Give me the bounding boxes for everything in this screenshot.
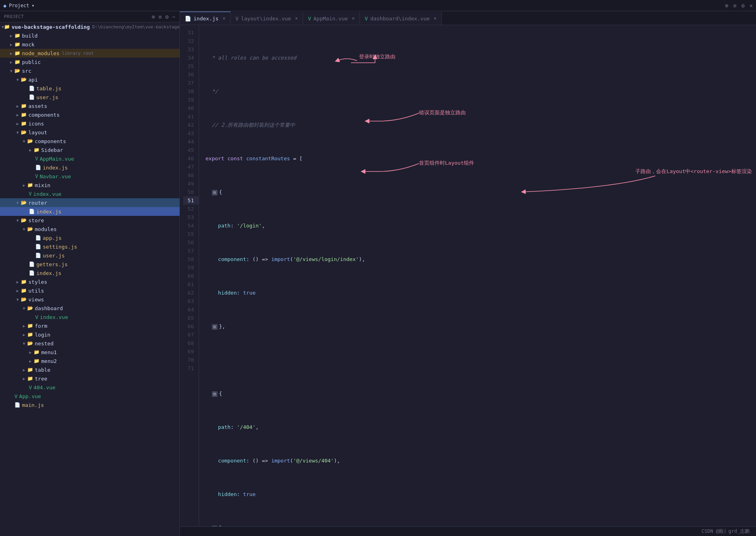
title-bar: ◆ Project ▾ ⊕ ≡ ⚙ ×: [0, 0, 756, 11]
tree-icon: 📁: [27, 376, 33, 381]
line-num-51: 51: [183, 196, 199, 205]
sidebar-item-dashboard[interactable]: ▼ 📂 dashboard: [0, 304, 180, 313]
tab-layout-icon: V: [235, 16, 239, 22]
sidebar-item-components[interactable]: ▶ 📁 components: [0, 110, 180, 119]
title-dropdown[interactable]: ▾: [32, 3, 34, 8]
sidebar-item-app-vue[interactable]: V App.vue: [0, 392, 180, 401]
sidebar-item-navbar[interactable]: V Navbar.vue: [0, 172, 180, 181]
sidebar-item-tree[interactable]: ▶ 📁 tree: [0, 374, 180, 383]
tab-appmain-vue[interactable]: V AppMain.vue ×: [303, 12, 360, 25]
sidebar-item-layout[interactable]: ▼ 📂 layout: [0, 128, 180, 137]
tab-index-js[interactable]: 📄 index.js ×: [180, 12, 231, 25]
root-folder-icon: 📁: [4, 24, 10, 30]
sidebar-item-sidebar-folder[interactable]: ▶ 📁 Sidebar: [0, 145, 180, 154]
sidebar-item-assets[interactable]: ▶ 📁 assets: [0, 102, 180, 110]
getters-js-icon: 📄: [29, 261, 35, 267]
sidebar-item-table-js[interactable]: 📄 table.js: [0, 84, 180, 93]
sidebar-item-appmain[interactable]: V AppMain.vue: [0, 154, 180, 163]
fold-41[interactable]: ⊟: [212, 391, 217, 397]
tab-appmain-close[interactable]: ×: [352, 16, 355, 21]
sidebar-item-getters-js[interactable]: 📄 getters.js: [0, 260, 180, 269]
sidebar-item-build[interactable]: ▶ 📁 build: [0, 31, 180, 40]
router-label: router: [28, 200, 47, 206]
line-num-33: 33: [183, 45, 194, 54]
sidebar-item-public[interactable]: ▶ 📁 public: [0, 58, 180, 66]
close-icon[interactable]: ×: [750, 2, 753, 9]
fold-45[interactable]: ⊟: [212, 526, 217, 526]
sidebar-item-404[interactable]: V 404.vue: [0, 383, 180, 392]
sidebar-config-icon[interactable]: ≡: [158, 14, 162, 20]
tab-index-js-close[interactable]: ×: [223, 16, 225, 21]
tab-dashboard-index-vue[interactable]: V dashboard\index.vue ×: [360, 12, 442, 25]
fold-39[interactable]: ⊟: [212, 324, 217, 330]
sidebar-item-api[interactable]: ▼ 📂 api: [0, 75, 180, 84]
sidebar-folder-label: Sidebar: [41, 147, 63, 153]
sidebar-item-login[interactable]: ▶ 📁 login: [0, 330, 180, 339]
sidebar-minus-icon[interactable]: −: [172, 14, 176, 20]
sidebar-item-styles[interactable]: ▶ 📁 styles: [0, 277, 180, 286]
store-icon: 📂: [21, 217, 27, 223]
code-line-37: component: () => import('@/views/login/i…: [205, 255, 750, 263]
fold-35[interactable]: ⊟: [212, 190, 217, 195]
sidebar-item-icons[interactable]: ▶ 📁 icons: [0, 119, 180, 128]
tab-layout-close[interactable]: ×: [295, 16, 298, 21]
sidebar-item-layout-indexjs[interactable]: 📄 index.js: [0, 163, 180, 172]
sidebar-item-nested[interactable]: ▼ 📂 nested: [0, 339, 180, 348]
menu2-label: menu2: [41, 358, 57, 364]
refresh-icon[interactable]: ⊕: [725, 2, 728, 9]
sidebar-item-dashboard-indexvue[interactable]: V index.vue: [0, 313, 180, 321]
sidebar-item-modules-user-js[interactable]: 📄 user.js: [0, 251, 180, 260]
sidebar-item-table[interactable]: ▶ 📁 table: [0, 365, 180, 374]
sidebar-title: Project: [4, 14, 24, 19]
sidebar-item-store-indexjs[interactable]: 📄 index.js: [0, 269, 180, 277]
sidebar-root-item[interactable]: ▼ 📁 vue-backstage-scaffolding D:\bianche…: [0, 22, 180, 31]
code-line-40: [205, 356, 750, 364]
icons-arrow: ▶: [14, 122, 21, 126]
line-num-47: 47: [183, 163, 194, 171]
sidebar-item-store[interactable]: ▼ 📂 store: [0, 216, 180, 225]
views-icon: 📂: [21, 297, 27, 302]
tab-layout-index-vue[interactable]: V layout\index.vue ×: [231, 12, 303, 25]
modules-user-js-label: user.js: [43, 253, 65, 259]
sidebar-item-node-modules[interactable]: ▶ 📁 node_modules library root: [0, 49, 180, 58]
src-label: src: [22, 68, 31, 74]
sidebar-item-utils[interactable]: ▶ 📁 utils: [0, 286, 180, 295]
line-num-34: 34: [183, 54, 194, 62]
user-js-icon: 📄: [29, 94, 35, 100]
line-num-35: 35: [183, 62, 194, 70]
sidebar-item-main-js[interactable]: 📄 main.js: [0, 401, 180, 409]
line-num-31: 31: [183, 28, 194, 37]
sidebar-gear-icon[interactable]: ⚙: [165, 14, 169, 20]
sidebar-item-user-js[interactable]: 📄 user.js: [0, 93, 180, 102]
sidebar-item-layout-components[interactable]: ▼ 📂 components: [0, 137, 180, 145]
sidebar-item-modules[interactable]: ▼ 📂 modules: [0, 225, 180, 233]
collapse-icon[interactable]: ≡: [733, 2, 736, 9]
line-num-41: 41: [183, 112, 194, 121]
sidebar-item-mock[interactable]: ▶ 📁 mock: [0, 40, 180, 49]
sidebar-item-router[interactable]: ▼ 📂 router: [0, 198, 180, 207]
line-numbers: 31 32 33 34 35 36 37 38 39 40 41 42 43 4…: [180, 25, 199, 526]
sidebar-item-app-js[interactable]: 📄 app.js: [0, 233, 180, 242]
code-line-39: ⊟},: [205, 322, 750, 331]
line-num-38: 38: [183, 87, 194, 96]
sidebar-refresh-icon[interactable]: ⊕: [152, 14, 155, 20]
sidebar-item-src[interactable]: ▼ 📂 src: [0, 66, 180, 75]
sidebar-item-menu1[interactable]: ▶ 📁 menu1: [0, 348, 180, 357]
sidebar-item-mixin[interactable]: ▶ 📁 mixin: [0, 181, 180, 189]
main-js-icon: 📄: [14, 402, 20, 408]
tab-index-js-label: index.js: [193, 16, 219, 22]
sidebar-item-form[interactable]: ▶ 📁 form: [0, 321, 180, 330]
code-area: 📄 index.js × V layout\index.vue × V AppM…: [180, 11, 756, 536]
sidebar-item-router-indexjs[interactable]: 📄 index.js: [0, 207, 180, 216]
tab-dashboard-close[interactable]: ×: [434, 16, 437, 21]
code-line-38: hidden: true: [205, 289, 750, 297]
sidebar-header-icons: ⊕ ≡ ⚙ −: [152, 14, 176, 20]
styles-icon: 📁: [21, 279, 27, 285]
sidebar-item-views[interactable]: ▼ 📂 views: [0, 295, 180, 304]
sidebar-item-menu2[interactable]: ▶ 📁 menu2: [0, 357, 180, 365]
settings-icon[interactable]: ⚙: [741, 2, 744, 9]
code-line-43: component: () => import('@/views/404'),: [205, 456, 750, 465]
mock-label: mock: [22, 42, 34, 48]
sidebar-item-layout-indexvue[interactable]: V index.vue: [0, 189, 180, 198]
sidebar-item-settings-js[interactable]: 📄 settings.js: [0, 242, 180, 251]
